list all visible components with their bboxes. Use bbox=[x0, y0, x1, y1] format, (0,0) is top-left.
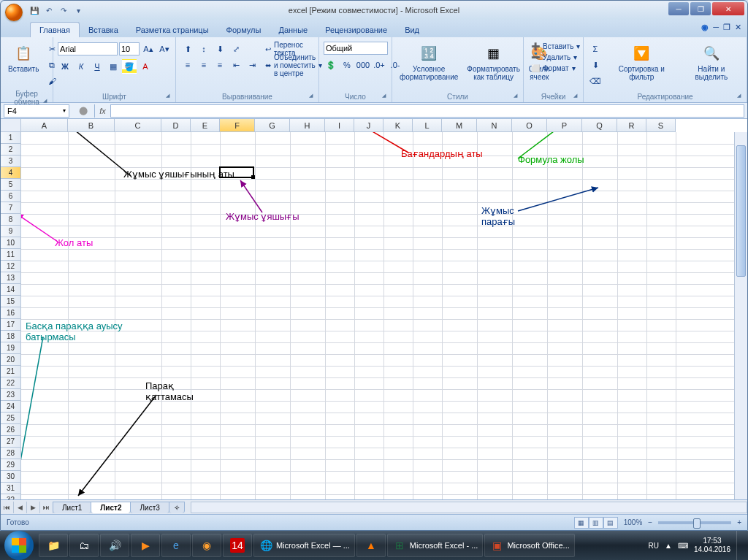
sheet-nav-first[interactable]: ⏮ bbox=[1, 502, 14, 513]
fx-button[interactable]: fx bbox=[94, 104, 110, 118]
select-all-corner[interactable] bbox=[1, 119, 21, 132]
sheet-nav-last[interactable]: ⏭ bbox=[40, 502, 53, 513]
align-middle-icon[interactable]: ↕ bbox=[196, 42, 211, 56]
tab-layout[interactable]: Разметка страницы bbox=[127, 23, 218, 37]
new-sheet-button[interactable]: ✧ bbox=[169, 502, 185, 513]
row-header-13[interactable]: 13 bbox=[1, 272, 21, 284]
row-header-3[interactable]: 3 bbox=[1, 156, 21, 167]
vertical-scrollbar[interactable] bbox=[734, 132, 747, 499]
column-header-P[interactable]: P bbox=[547, 119, 582, 132]
column-header-D[interactable]: D bbox=[161, 119, 191, 132]
column-header-N[interactable]: N bbox=[477, 119, 512, 132]
row-header-27[interactable]: 27 bbox=[1, 436, 21, 448]
row-header-22[interactable]: 22 bbox=[1, 377, 21, 389]
column-header-K[interactable]: K bbox=[383, 119, 413, 132]
row-header-10[interactable]: 10 bbox=[1, 237, 21, 249]
inc-decimal-icon[interactable]: .0+ bbox=[372, 58, 386, 72]
minimize-button[interactable]: ─ bbox=[668, 2, 689, 15]
percent-icon[interactable]: % bbox=[340, 58, 354, 72]
tray-lang[interactable]: RU bbox=[649, 542, 659, 550]
column-header-G[interactable]: G bbox=[255, 119, 290, 132]
format-cells-button[interactable]: ⬜Формат▾ bbox=[528, 64, 583, 73]
sheet-tab-1[interactable]: Лист1 bbox=[53, 502, 91, 513]
row-header-7[interactable]: 7 bbox=[1, 202, 21, 214]
help-icon[interactable]: ◉ bbox=[701, 23, 709, 32]
row-header-11[interactable]: 11 bbox=[1, 249, 21, 261]
fill-color-icon[interactable]: 🪣 bbox=[122, 59, 137, 74]
tab-formulas[interactable]: Формулы bbox=[218, 23, 270, 37]
tab-home[interactable]: Главная bbox=[30, 22, 80, 37]
column-header-O[interactable]: O bbox=[512, 119, 547, 132]
indent-inc-icon[interactable]: ⇥ bbox=[245, 58, 259, 72]
row-header-9[interactable]: 9 bbox=[1, 226, 21, 237]
zoom-in-icon[interactable]: + bbox=[737, 518, 741, 526]
sheet-tab-3[interactable]: Лист3 bbox=[130, 502, 169, 513]
font-size-input[interactable] bbox=[119, 42, 140, 55]
office-button[interactable] bbox=[5, 4, 23, 21]
taskbar-powerpoint[interactable]: ▣Microsoft Office... bbox=[484, 534, 574, 557]
align-bottom-icon[interactable]: ⬇ bbox=[213, 42, 227, 56]
taskbar-wmp[interactable]: ▶ bbox=[131, 534, 160, 557]
bold-button[interactable]: Ж bbox=[58, 59, 72, 74]
taskbar-app2[interactable]: 14 bbox=[223, 534, 252, 557]
row-header-18[interactable]: 18 bbox=[1, 331, 21, 342]
tray-clock[interactable]: 17:53 14.04.2016 bbox=[694, 537, 730, 554]
sheet-nav-prev[interactable]: ◀ bbox=[14, 502, 27, 513]
column-header-F[interactable]: F bbox=[220, 119, 255, 132]
undo-icon[interactable]: ↶ bbox=[43, 4, 55, 16]
paste-button[interactable]: 📋 Вставить bbox=[5, 42, 42, 74]
row-header-8[interactable]: 8 bbox=[1, 214, 21, 226]
qat-dropdown-icon[interactable]: ▾ bbox=[72, 4, 84, 16]
column-header-L[interactable]: L bbox=[413, 119, 442, 132]
column-header-I[interactable]: I bbox=[325, 119, 354, 132]
taskbar-excel[interactable]: ⊞Microsoft Excel - ... bbox=[387, 534, 484, 557]
show-desktop-button[interactable] bbox=[736, 531, 745, 560]
clear-icon[interactable]: ⌫ bbox=[588, 74, 603, 88]
find-select-button[interactable]: 🔍Найти и выделить bbox=[681, 42, 742, 83]
underline-button[interactable]: Ч bbox=[90, 59, 104, 74]
fill-icon[interactable]: ⬇ bbox=[588, 58, 603, 72]
font-color-icon[interactable]: A bbox=[138, 59, 153, 74]
doc-restore-icon[interactable]: ❐ bbox=[723, 23, 730, 32]
close-button[interactable]: ✕ bbox=[712, 2, 744, 15]
orientation-icon[interactable]: ⤢ bbox=[229, 42, 243, 56]
column-header-R[interactable]: R bbox=[617, 119, 646, 132]
align-left-icon[interactable]: ≡ bbox=[180, 58, 195, 72]
row-header-14[interactable]: 14 bbox=[1, 284, 21, 296]
align-top-icon[interactable]: ⬆ bbox=[180, 42, 195, 56]
taskbar-app1[interactable]: ◉ bbox=[192, 534, 221, 557]
autosum-icon[interactable]: Σ bbox=[588, 42, 603, 56]
comma-icon[interactable]: 000 bbox=[356, 58, 370, 72]
row-header-2[interactable]: 2 bbox=[1, 144, 21, 156]
row-header-17[interactable]: 17 bbox=[1, 319, 21, 331]
align-center-icon[interactable]: ≡ bbox=[196, 58, 211, 72]
column-header-M[interactable]: M bbox=[442, 119, 477, 132]
maximize-button[interactable]: ❐ bbox=[690, 2, 711, 15]
worksheet-grid[interactable]: ABCDEFGHIJKLMNOPQRS 12345678910111213141… bbox=[1, 119, 747, 499]
row-header-15[interactable]: 15 bbox=[1, 296, 21, 307]
doc-close-icon[interactable]: ✕ bbox=[735, 23, 741, 32]
view-normal-icon[interactable]: ▦ bbox=[574, 517, 589, 529]
cells-area[interactable]: Жұмыс ұяшығының аты Жұмыс ұяшығы Бағанда… bbox=[21, 132, 734, 499]
sort-filter-button[interactable]: 🔽Сортировка и фильтр bbox=[606, 42, 678, 83]
zoom-slider[interactable] bbox=[658, 521, 731, 524]
row-header-31[interactable]: 31 bbox=[1, 483, 21, 494]
row-header-32[interactable]: 32 bbox=[1, 494, 21, 499]
tab-review[interactable]: Рецензирование bbox=[316, 23, 396, 37]
taskbar-explorer[interactable]: 📁 bbox=[39, 534, 68, 557]
redo-icon[interactable]: ↷ bbox=[58, 4, 69, 16]
row-header-28[interactable]: 28 bbox=[1, 448, 21, 459]
number-format-select[interactable] bbox=[324, 42, 388, 55]
row-header-25[interactable]: 25 bbox=[1, 413, 21, 424]
font-name-input[interactable] bbox=[58, 42, 118, 55]
tab-insert[interactable]: Вставка bbox=[80, 23, 127, 37]
taskbar-chrome[interactable]: 🌐Microsoft Excel — ... bbox=[253, 534, 355, 557]
row-header-23[interactable]: 23 bbox=[1, 389, 21, 401]
delete-cells-button[interactable]: ➖Удалить▾ bbox=[528, 53, 583, 62]
row-header-5[interactable]: 5 bbox=[1, 179, 21, 191]
column-header-A[interactable]: A bbox=[21, 119, 68, 132]
column-header-Q[interactable]: Q bbox=[582, 119, 617, 132]
row-header-29[interactable]: 29 bbox=[1, 459, 21, 471]
shrink-font-icon[interactable]: A▾ bbox=[157, 42, 172, 56]
row-header-12[interactable]: 12 bbox=[1, 261, 21, 272]
